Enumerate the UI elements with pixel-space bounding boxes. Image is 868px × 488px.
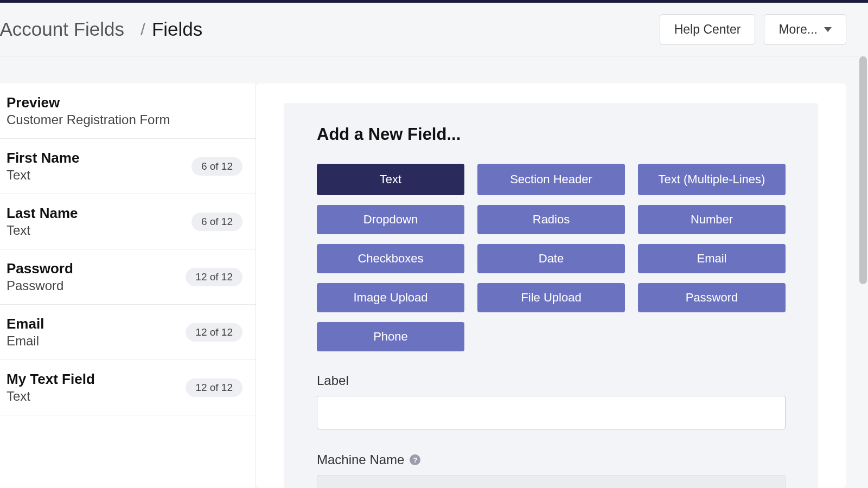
field-type-image-upload[interactable]: Image Upload — [317, 283, 464, 312]
sidebar-field-title: Email — [7, 316, 44, 332]
sidebar-preview-item[interactable]: Preview Customer Registration Form — [0, 84, 256, 139]
sidebar-field-type: Text — [7, 168, 79, 183]
page-scrollbar[interactable] — [859, 56, 868, 488]
label-field-label: Label — [317, 373, 786, 388]
field-type-text-multiline[interactable]: Text (Multiple-Lines) — [638, 164, 786, 195]
field-type-checkboxes[interactable]: Checkboxes — [317, 244, 464, 273]
main-panel: Add a New Field... Text Section Header T… — [256, 84, 846, 488]
field-list-sidebar: Preview Customer Registration Form First… — [0, 84, 256, 488]
sidebar-field-item[interactable]: Password Password 12 of 12 — [0, 249, 256, 305]
field-type-text[interactable]: Text — [317, 164, 464, 195]
help-icon[interactable]: ? — [410, 454, 420, 465]
add-field-panel: Add a New Field... Text Section Header T… — [284, 103, 818, 488]
header-actions: Help Center More... — [660, 14, 846, 45]
page-header: Customer Account Fields / Fields Help Ce… — [0, 3, 868, 56]
label-input[interactable] — [317, 396, 786, 429]
body-wrap: Preview Customer Registration Form First… — [0, 56, 868, 488]
help-center-button[interactable]: Help Center — [660, 14, 756, 45]
field-type-radios[interactable]: Radios — [477, 205, 625, 234]
machine-name-label-text: Machine Name — [317, 452, 404, 467]
breadcrumb-separator: / — [134, 20, 152, 40]
chevron-down-icon — [824, 27, 832, 32]
field-type-dropdown[interactable]: Dropdown — [317, 205, 464, 234]
sidebar-field-type: Password — [7, 278, 73, 293]
page-scrollbar-thumb[interactable] — [859, 56, 867, 284]
sidebar-field-type: Text — [7, 223, 78, 238]
sidebar-field-title: My Text Field — [7, 371, 95, 388]
sidebar-field-type: Email — [7, 333, 44, 349]
field-type-grid: Text Section Header Text (Multiple-Lines… — [317, 164, 786, 351]
field-type-number[interactable]: Number — [638, 205, 786, 234]
sidebar-field-title: Password — [7, 260, 73, 277]
breadcrumb-parent[interactable]: Customer Account Fields — [0, 18, 134, 40]
help-center-label: Help Center — [674, 22, 741, 37]
field-type-phone[interactable]: Phone — [317, 322, 464, 351]
more-button[interactable]: More... — [764, 14, 846, 45]
sidebar-field-item[interactable]: Last Name Text 6 of 12 — [0, 194, 256, 249]
field-type-password[interactable]: Password — [638, 283, 786, 312]
field-type-date[interactable]: Date — [477, 244, 625, 273]
label-field-label-text: Label — [317, 373, 349, 388]
sidebar-field-width-badge: 6 of 12 — [192, 157, 242, 176]
field-type-section-header[interactable]: Section Header — [477, 164, 625, 195]
sidebar-field-type: Text — [7, 389, 95, 404]
sidebar-preview-subtitle: Customer Registration Form — [7, 112, 170, 127]
sidebar-field-width-badge: 6 of 12 — [192, 213, 242, 231]
sidebar-field-width-badge: 12 of 12 — [186, 323, 242, 342]
machine-name-label: Machine Name ? — [317, 452, 786, 467]
breadcrumb-current: Fields — [152, 18, 202, 40]
sidebar-field-width-badge: 12 of 12 — [186, 378, 242, 397]
sidebar-field-title: Last Name — [7, 205, 78, 222]
more-label: More... — [778, 22, 818, 37]
sidebar-field-item[interactable]: My Text Field Text 12 of 12 — [0, 360, 256, 415]
add-field-heading: Add a New Field... — [317, 125, 786, 144]
machine-name-input — [317, 475, 786, 488]
sidebar-preview-title: Preview — [7, 94, 170, 111]
sidebar-field-item[interactable]: Email Email 12 of 12 — [0, 305, 256, 360]
sidebar-field-width-badge: 12 of 12 — [186, 268, 242, 286]
field-type-file-upload[interactable]: File Upload — [477, 283, 625, 312]
field-type-email[interactable]: Email — [638, 244, 786, 273]
breadcrumb: Customer Account Fields / Fields — [0, 18, 202, 40]
sidebar-field-title: First Name — [7, 150, 79, 166]
sidebar-field-item[interactable]: First Name Text 6 of 12 — [0, 139, 256, 194]
